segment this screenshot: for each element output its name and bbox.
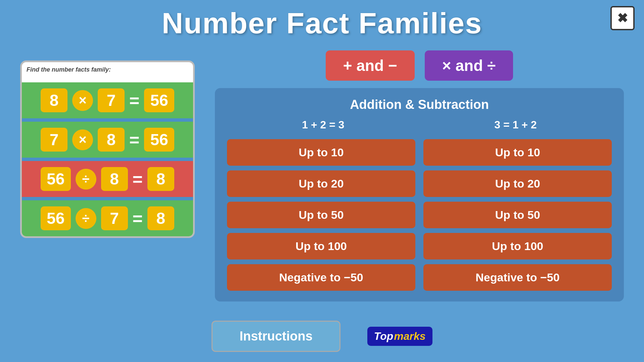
- fact-num: 8: [147, 167, 174, 191]
- fact-row-1: 8 × 7 = 56: [22, 82, 193, 118]
- preview-label: Find the number facts family:: [27, 66, 111, 73]
- close-icon: ✖: [617, 12, 628, 25]
- right-panel: + and − × and ÷ Addition & Subtraction 1…: [215, 50, 624, 301]
- fact-num: 56: [41, 206, 71, 230]
- fact-num: 56: [144, 128, 174, 152]
- fact-num: 56: [144, 88, 174, 112]
- fact-num: 7: [101, 206, 128, 230]
- up-to-50-left-button[interactable]: Up to 50: [227, 202, 415, 228]
- up-to-10-left-button[interactable]: Up to 10: [227, 139, 415, 166]
- separator: [22, 197, 193, 200]
- up-to-100-left-button[interactable]: Up to 100: [227, 233, 415, 259]
- separator: [22, 158, 193, 161]
- fact-op: ÷: [76, 169, 96, 190]
- negative-to-50-left-button[interactable]: Negative to −50: [227, 264, 415, 291]
- fact-num: 7: [41, 128, 67, 152]
- up-to-100-right-button[interactable]: Up to 100: [423, 233, 612, 259]
- main-content: Find the number facts family: 8 × 7 = 56…: [0, 50, 644, 301]
- up-to-20-right-button[interactable]: Up to 20: [423, 170, 612, 197]
- fact-row-4: 56 ÷ 7 = 8: [22, 200, 193, 236]
- fact-op: ÷: [76, 208, 96, 229]
- page-title: Number Fact Families: [0, 0, 644, 40]
- fact-op: ×: [72, 90, 93, 111]
- fact-num: 7: [98, 88, 125, 112]
- fact-num: 8: [98, 128, 125, 152]
- topmarks-marks-text: marks: [394, 330, 425, 343]
- close-button[interactable]: ✖: [610, 6, 635, 30]
- negative-to-50-right-button[interactable]: Negative to −50: [423, 264, 612, 291]
- mul-div-mode-button[interactable]: × and ÷: [425, 50, 513, 81]
- subtitle-row: 1 + 2 = 3 3 = 1 + 2: [227, 119, 612, 131]
- separator: [22, 118, 193, 122]
- options-grid: Up to 10 Up to 10 Up to 20 Up to 20 Up t…: [227, 139, 612, 291]
- preview-card: Find the number facts family: 8 × 7 = 56…: [20, 61, 195, 238]
- instructions-button[interactable]: Instructions: [212, 321, 340, 352]
- fact-num: 56: [41, 167, 71, 191]
- up-to-10-right-button[interactable]: Up to 10: [423, 139, 612, 166]
- fact-row-2: 7 × 8 = 56: [22, 122, 193, 158]
- up-to-20-left-button[interactable]: Up to 20: [227, 170, 415, 197]
- options-title: Addition & Subtraction: [227, 97, 612, 112]
- fact-eq: =: [129, 130, 139, 150]
- fact-eq: =: [133, 169, 143, 189]
- fact-num: 8: [147, 206, 174, 230]
- up-to-50-right-button[interactable]: Up to 50: [423, 202, 612, 228]
- fact-op: ×: [72, 129, 93, 150]
- topmarks-logo[interactable]: Top marks: [367, 327, 432, 346]
- topmarks-top-text: Top: [374, 330, 393, 343]
- add-sub-mode-button[interactable]: + and −: [326, 50, 415, 81]
- fact-num: 8: [41, 88, 67, 112]
- subtitle-right: 3 = 1 + 2: [494, 119, 537, 131]
- subtitle-left: 1 + 2 = 3: [302, 119, 344, 131]
- fact-eq: =: [129, 90, 139, 111]
- fact-eq: =: [133, 208, 143, 229]
- options-panel: Addition & Subtraction 1 + 2 = 3 3 = 1 +…: [215, 88, 624, 301]
- fact-num: 8: [101, 167, 128, 191]
- fact-row-3: 56 ÷ 8 = 8: [22, 161, 193, 197]
- mode-buttons: + and − × and ÷: [215, 50, 624, 81]
- bottom-bar: Instructions Top marks: [0, 321, 644, 352]
